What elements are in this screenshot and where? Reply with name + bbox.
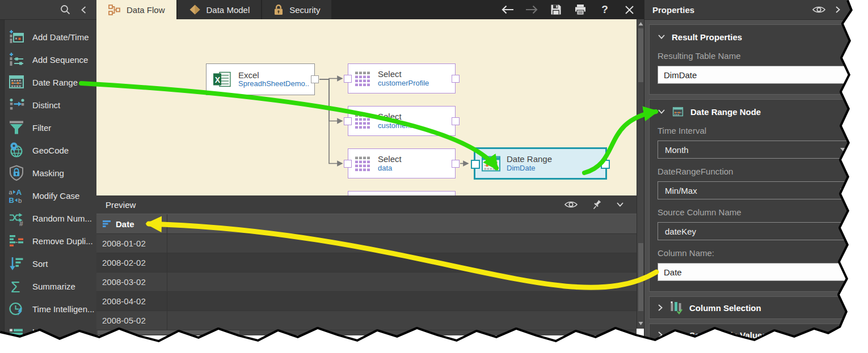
table-cell-date: 2008-01-02 — [96, 234, 167, 253]
svg-text:@: @ — [677, 336, 683, 342]
document-tabbar: Data FlowData ModelSecurity? — [96, 0, 644, 19]
chevron-right-icon[interactable] — [835, 6, 841, 14]
time-intelligence-icon — [7, 300, 26, 318]
caret-down-icon — [840, 188, 846, 193]
sort-icon — [7, 254, 26, 273]
sidebar-item-label: Sort — [32, 259, 48, 269]
source-column-name-dropdown[interactable]: dateKey — [658, 222, 854, 240]
chevron-down-icon[interactable] — [616, 202, 624, 207]
output-port[interactable] — [452, 117, 460, 125]
scroll-thumb[interactable] — [638, 243, 643, 311]
node-excel-spreadhsheetdemo[interactable]: XExcelSpreadhSheetDemo... — [206, 63, 315, 95]
node-title: Date Range — [507, 154, 552, 164]
sidebar-item-summarize[interactable]: ΣSummarize — [5, 275, 96, 297]
node-select-customer[interactable]: Selectcustomer... — [348, 106, 456, 136]
section-header-result-properties[interactable]: Result Properties — [658, 31, 854, 43]
table-row: 2008-02-02 — [96, 253, 637, 273]
remove-duplicates-icon — [7, 232, 26, 250]
transform-sidebar: Add Date/TimeAdd SequenceDate RangeDisti… — [0, 0, 96, 347]
column-header-label: Date — [116, 219, 134, 229]
sidebar-item-un[interactable]: Un... — [5, 320, 96, 343]
node-date-range-dimdate[interactable]: Date RangeDimDate — [474, 147, 607, 180]
svg-text:Σ: Σ — [11, 279, 20, 295]
svg-text:a: a — [9, 189, 13, 195]
sidebar-item-distinct[interactable]: Distinct — [5, 93, 96, 116]
forward-button[interactable] — [525, 3, 538, 16]
properties-sections: Result PropertiesResulting Table NameDim… — [644, 24, 868, 346]
data-model-icon — [189, 4, 201, 15]
add-sequence-icon — [7, 50, 26, 69]
pin-icon[interactable] — [592, 199, 602, 210]
sidebar-item-filter[interactable]: Filter — [5, 116, 96, 139]
scroll-thumb[interactable] — [98, 330, 239, 334]
table-cell-date: 2008-05-02 — [96, 311, 167, 330]
tab-security[interactable]: Security — [262, 0, 331, 19]
sidebar-item-label: Un... — [32, 327, 50, 337]
input-port[interactable] — [344, 160, 352, 168]
summarize-icon: Σ — [7, 277, 26, 295]
properties-title: Properties — [652, 5, 694, 15]
sidebar-item-geocode[interactable]: GeoCode — [5, 139, 96, 161]
dataflow-canvas[interactable]: XExcelSpreadhSheetDemo...SelectcustomerP… — [96, 19, 637, 195]
sidebar-items: Add Date/TimeAdd SequenceDate RangeDisti… — [5, 25, 96, 343]
resulting-table-name-label: Resulting Table Name — [658, 51, 854, 61]
properties-header: Properties — [644, 0, 868, 20]
section-result-properties: Result PropertiesResulting Table NameDim… — [649, 24, 862, 95]
vertical-scrollbar[interactable] — [637, 19, 644, 329]
sidebar-item-time-intelligen[interactable]: Time Intelligen... — [5, 297, 96, 320]
date-range-function-dropdown[interactable]: Min/Max — [658, 181, 854, 199]
output-port[interactable] — [452, 160, 460, 168]
sort-bars-icon — [102, 220, 112, 228]
collapse-sidebar-icon[interactable] — [80, 6, 87, 14]
sidebar-item-modify-case[interactable]: aABbModify Case — [5, 184, 96, 207]
output-port[interactable] — [452, 75, 460, 83]
section-header-set-variable-values[interactable]: #@Set Variable Values — [658, 329, 854, 341]
eye-icon[interactable] — [564, 200, 578, 209]
print-button[interactable] — [574, 3, 587, 16]
eye-icon[interactable] — [812, 5, 826, 14]
output-port[interactable] — [311, 75, 319, 83]
section-header-column-selection[interactable]: Column Selection — [658, 301, 854, 314]
excel-icon: X — [212, 71, 233, 88]
close-button[interactable] — [622, 3, 636, 16]
input-port[interactable] — [344, 75, 352, 83]
column-name-input[interactable]: Date — [658, 263, 854, 281]
input-port[interactable] — [471, 160, 480, 169]
input-port[interactable] — [344, 117, 352, 125]
section-header-date-range-node[interactable]: Date Range Node — [658, 105, 854, 118]
tab-label: Data Model — [207, 5, 250, 15]
search-icon[interactable] — [60, 4, 71, 15]
tab-data-flow[interactable]: Data Flow — [96, 0, 176, 19]
tab-data-model[interactable]: Data Model — [178, 0, 262, 19]
tab-label: Security — [289, 5, 320, 15]
date-range-function-label: DateRangeFunction — [658, 167, 854, 176]
sidebar-item-sort[interactable]: Sort — [5, 252, 96, 275]
save-button[interactable] — [549, 3, 563, 16]
sidebar-item-add-sequence[interactable]: Add Sequence — [5, 48, 96, 71]
sidebar-item-random-num[interactable]: #Random Num... — [5, 207, 96, 229]
svg-text:#: # — [19, 220, 23, 227]
back-button[interactable] — [500, 3, 514, 16]
table-cell-date: 2008-02-02 — [96, 253, 167, 272]
output-port[interactable] — [601, 160, 610, 169]
time-interval-dropdown[interactable]: Month — [658, 141, 854, 159]
svg-text:A: A — [16, 188, 22, 197]
resulting-table-name-input[interactable]: DimDate — [658, 66, 854, 84]
node-select-customerprofile[interactable]: SelectcustomerProfile — [348, 63, 456, 93]
scroll-thumb[interactable] — [638, 28, 643, 82]
node-select-data[interactable]: Selectdata — [348, 148, 456, 178]
sidebar-item-remove-dupli[interactable]: Remove Dupli... — [5, 229, 96, 252]
sidebar-item-add-date-time[interactable]: Add Date/Time — [5, 25, 96, 48]
node-text: Selectcustomer... — [378, 112, 414, 130]
sidebar-item-label: GeoCode — [32, 146, 69, 155]
security-icon — [273, 4, 284, 15]
column-header-date[interactable]: Date — [96, 214, 167, 233]
sidebar-item-masking[interactable]: Masking — [5, 161, 96, 184]
save-icon — [550, 4, 562, 15]
sidebar-item-date-range[interactable]: Date Range — [5, 71, 96, 93]
dropdown-value: Month — [665, 145, 689, 155]
help-button[interactable]: ? — [598, 3, 612, 16]
dropdown-value: Min/Max — [665, 186, 697, 195]
print-icon — [574, 4, 587, 15]
node-select4[interactable] — [348, 191, 456, 195]
